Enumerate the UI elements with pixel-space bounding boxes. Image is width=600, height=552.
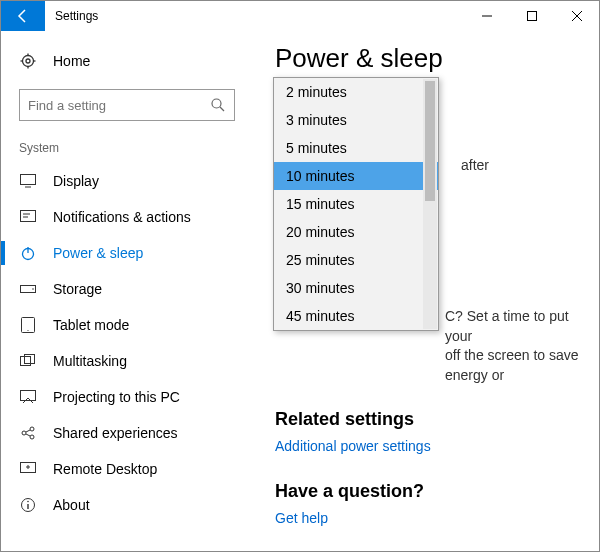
search-icon <box>210 97 226 113</box>
dropdown-option[interactable]: 45 minutes <box>274 302 438 330</box>
svg-point-22 <box>27 330 28 331</box>
minimize-icon <box>482 11 492 21</box>
shared-icon <box>19 426 37 440</box>
search-box[interactable] <box>19 89 235 121</box>
sidebar-item-label: About <box>53 497 90 513</box>
svg-rect-23 <box>21 357 31 366</box>
partial-text-pc: C? Set a time to put your off the screen… <box>445 307 599 385</box>
sidebar-item-projecting[interactable]: Projecting to this PC <box>1 379 253 415</box>
dropdown-option[interactable]: 30 minutes <box>274 274 438 302</box>
svg-point-4 <box>23 56 34 67</box>
storage-icon <box>19 283 37 295</box>
sidebar-item-label: Multitasking <box>53 353 127 369</box>
dropdown-option[interactable]: 15 minutes <box>274 190 438 218</box>
get-help-link[interactable]: Get help <box>275 510 328 526</box>
dropdown-option[interactable]: 25 minutes <box>274 246 438 274</box>
info-icon <box>19 497 37 513</box>
svg-line-11 <box>220 107 224 111</box>
tablet-icon <box>19 317 37 333</box>
additional-power-settings-link[interactable]: Additional power settings <box>275 438 431 454</box>
svg-rect-1 <box>527 12 536 21</box>
svg-rect-24 <box>25 355 35 364</box>
sidebar-item-label: Projecting to this PC <box>53 389 180 405</box>
sidebar-item-label: Shared experiences <box>53 425 178 441</box>
close-button[interactable] <box>554 1 599 31</box>
sidebar-item-label: Power & sleep <box>53 245 143 261</box>
body-area: Home System Display Notifications & acti… <box>1 31 599 551</box>
settings-window: Settings Home <box>0 0 600 552</box>
dropdown-option[interactable]: 2 minutes <box>274 78 438 106</box>
svg-rect-25 <box>21 391 36 401</box>
lower-sections: Related settings Additional power settin… <box>275 389 459 551</box>
sidebar-item-storage[interactable]: Storage <box>1 271 253 307</box>
svg-point-28 <box>30 435 34 439</box>
minimize-button[interactable] <box>464 1 509 31</box>
search-input[interactable] <box>28 98 210 113</box>
dropdown-option[interactable]: 5 minutes <box>274 134 438 162</box>
sidebar-item-label: Display <box>53 173 99 189</box>
maximize-button[interactable] <box>509 1 554 31</box>
svg-point-5 <box>26 59 30 63</box>
partial-line1: C? Set a time to put your <box>445 308 569 344</box>
sidebar-item-about[interactable]: About <box>1 487 253 523</box>
svg-point-20 <box>32 288 34 290</box>
window-controls <box>464 1 599 31</box>
sidebar-item-label: Storage <box>53 281 102 297</box>
sidebar-item-power-sleep[interactable]: Power & sleep <box>1 235 253 271</box>
nav-home-label: Home <box>53 53 90 69</box>
sidebar-item-tablet-mode[interactable]: Tablet mode <box>1 307 253 343</box>
projecting-icon <box>19 390 37 404</box>
title-bar: Settings <box>1 1 599 31</box>
have-question-heading: Have a question? <box>275 481 459 502</box>
sidebar-section-label: System <box>1 135 253 163</box>
dropdown-option[interactable]: 20 minutes <box>274 218 438 246</box>
close-icon <box>572 11 582 21</box>
maximize-icon <box>527 11 537 21</box>
sidebar-item-shared-experiences[interactable]: Shared experiences <box>1 415 253 451</box>
notification-icon <box>19 210 37 224</box>
dropdown-option[interactable]: 3 minutes <box>274 106 438 134</box>
svg-line-29 <box>26 430 30 432</box>
content-area: Power & sleep 2 minutes 3 minutes 5 minu… <box>253 31 599 551</box>
svg-rect-12 <box>21 175 36 185</box>
window-title: Settings <box>55 9 98 23</box>
gear-icon <box>19 53 37 69</box>
multitasking-icon <box>19 354 37 368</box>
related-settings-heading: Related settings <box>275 409 459 430</box>
nav-home[interactable]: Home <box>1 45 253 77</box>
sidebar-item-notifications[interactable]: Notifications & actions <box>1 199 253 235</box>
back-button[interactable] <box>1 1 45 31</box>
sidebar-item-label: Remote Desktop <box>53 461 157 477</box>
svg-point-27 <box>30 427 34 431</box>
remote-desktop-icon <box>19 462 37 476</box>
svg-line-30 <box>26 434 30 436</box>
svg-point-26 <box>22 431 26 435</box>
sleep-timeout-dropdown[interactable]: 2 minutes 3 minutes 5 minutes 10 minutes… <box>273 77 439 331</box>
partial-line2: off the screen to save energy or <box>445 347 579 383</box>
page-title: Power & sleep <box>275 43 573 74</box>
dropdown-scrollbar[interactable] <box>423 79 437 329</box>
dropdown-option-selected[interactable]: 10 minutes <box>274 162 438 190</box>
dropdown-scroll-thumb[interactable] <box>425 81 435 201</box>
power-icon <box>19 245 37 261</box>
svg-point-34 <box>27 501 29 503</box>
sidebar-item-display[interactable]: Display <box>1 163 253 199</box>
partial-text-after: after <box>461 157 489 173</box>
sidebar-item-remote-desktop[interactable]: Remote Desktop <box>1 451 253 487</box>
sidebar-item-label: Notifications & actions <box>53 209 191 225</box>
sidebar-item-multitasking[interactable]: Multitasking <box>1 343 253 379</box>
monitor-icon <box>19 174 37 188</box>
sidebar-item-label: Tablet mode <box>53 317 129 333</box>
arrow-left-icon <box>15 8 31 24</box>
svg-point-10 <box>212 99 221 108</box>
sidebar: Home System Display Notifications & acti… <box>1 31 253 551</box>
svg-rect-14 <box>21 211 36 222</box>
